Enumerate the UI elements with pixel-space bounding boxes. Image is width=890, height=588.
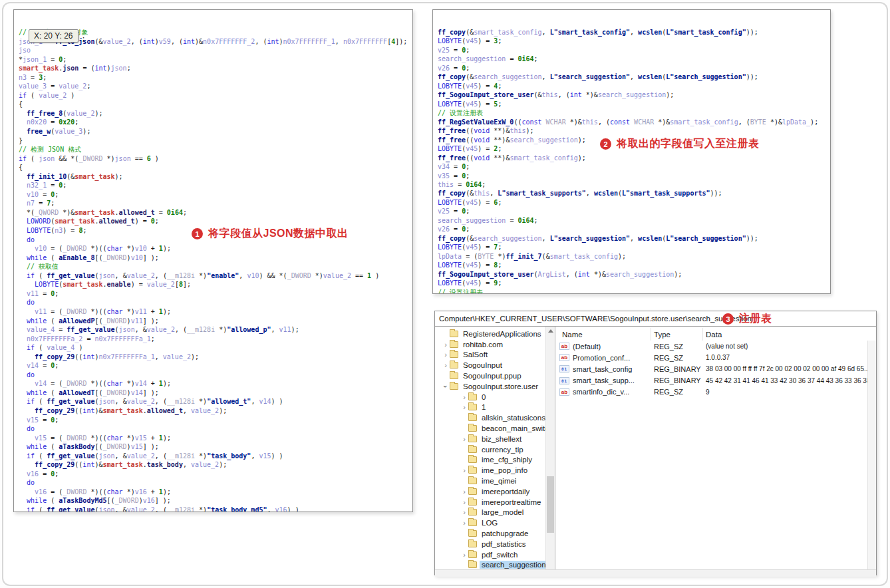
code-line: if ( ff_get_value(json, &value_2, (__m12…	[19, 506, 412, 512]
tree-item-label: currency_tip	[480, 446, 525, 454]
column-header-name[interactable]: Name	[555, 328, 651, 341]
pseudocode-panel-right: ff_copy(&smart_task_config, L"smart_task…	[432, 9, 831, 294]
chevron-right-icon[interactable]: ›	[460, 519, 468, 526]
folder-icon	[450, 331, 458, 337]
tree-item-pdf_switch[interactable]: ›pdf_switch	[435, 549, 545, 560]
tree-item-label: beacon_main_switch	[480, 424, 545, 432]
tree-item-imereportrealtime[interactable]: ›imereportrealtime	[435, 497, 545, 508]
code-line: // 获取值	[19, 262, 412, 271]
value-data: 38 03 00 00 ff ff ff 7f 2c 00 02 00 02 0…	[703, 365, 876, 372]
code-line: ff_SogouInput_store_user(&this, (int *)&…	[438, 90, 830, 99]
values-list-header: Name Type Data	[555, 328, 876, 341]
code-line: v10 = 0;	[19, 190, 412, 200]
column-header-data[interactable]: Data	[703, 328, 876, 341]
tree-item-0[interactable]: ›0	[435, 392, 545, 402]
chevron-right-icon[interactable]: ›	[460, 488, 468, 495]
annotation-2: 2 将取出的字段值写入至注册表	[600, 137, 760, 151]
code-line: ff_copy_29((int)&smart_task.task_body, v…	[19, 460, 412, 470]
tree-item-search_suggestion[interactable]: search_suggestion	[435, 560, 545, 569]
code-line: while ( aEnable_8[(_DWORD)v10] );	[19, 253, 412, 263]
code-line: ff_copy_29((int)&smart_task.allowed_t, v…	[19, 406, 412, 416]
registry-address-bar[interactable]: Computer\HKEY_CURRENT_USER\SOFTWARE\Sogo…	[435, 311, 876, 327]
code-line: // 设置注册表	[438, 288, 830, 294]
coords-tooltip-wrap: X: 20 Y: 26 ;	[29, 29, 86, 43]
code-line: ff_free((void **)&this);	[438, 126, 830, 135]
scrollbar-thumb[interactable]	[547, 476, 554, 533]
folder-icon	[450, 351, 458, 358]
tree-item-ime_cfg_shiply[interactable]: ime_cfg_shiply	[435, 455, 545, 466]
code-line: v14 = (_DWORD *)((char *)v14 + 1);	[19, 379, 412, 388]
folder-icon	[450, 362, 458, 368]
chevron-right-icon[interactable]: ›	[460, 499, 468, 506]
chevron-right-icon[interactable]: ›	[442, 351, 450, 358]
code-line: }	[19, 136, 412, 146]
code-line: v16 = 0;	[19, 470, 412, 479]
chevron-right-icon[interactable]: ›	[460, 467, 468, 474]
chevron-right-icon[interactable]: ›	[442, 341, 450, 348]
registry-value-row[interactable]: 01smart_task_supp...REG_BINARY45 42 42 3…	[555, 375, 876, 386]
folder-icon	[468, 561, 477, 568]
tree-item-allskin_statusiconstatis[interactable]: allskin_statusiconstatis	[435, 412, 545, 423]
tree-item-label: biz_shellext	[480, 435, 523, 443]
pseudocode-panel-left: // 转化为 JSON 对象json_1 = ff_to_json(&value…	[13, 9, 413, 512]
tree-item-label: rohitab.com	[461, 341, 505, 349]
code-line: n3 = 3;	[19, 73, 412, 82]
registry-value-row[interactable]: absmartinfo_dic_v...REG_SZ9	[555, 386, 876, 398]
values-rows: ab(Default)REG_SZ(value not set)abPromot…	[555, 341, 876, 398]
code-line: v15 = 0;	[19, 416, 412, 425]
column-header-type[interactable]: Type	[651, 328, 703, 341]
folder-icon	[468, 404, 477, 410]
registry-value-row[interactable]: ab(Default)REG_SZ(value not set)	[555, 341, 876, 352]
folder-icon	[468, 499, 477, 506]
code-line: LOBYTE(smart_task.enable) = value_2[8];	[19, 280, 412, 289]
chevron-right-icon[interactable]: ›	[460, 394, 468, 400]
code-line: ff_RegSetValueExW_0((const WCHAR *)&this…	[438, 118, 830, 126]
tree-item-rohitab.com[interactable]: ›rohitab.com	[435, 339, 545, 350]
registry-value-row[interactable]: 01smart_task_configREG_BINARY38 03 00 00…	[555, 363, 876, 374]
code-line: if ( ff_get_value(json, &value_2, (__m12…	[19, 397, 412, 406]
tree-item-label: ime_qimei	[480, 477, 518, 485]
chevron-down-icon[interactable]: ›	[442, 382, 449, 390]
code-fragment: ;	[82, 35, 86, 43]
code-line: v16 = (_DWORD *)((char *)v16 + 1);	[19, 488, 412, 497]
tree-item-large_model[interactable]: ›large_model	[435, 508, 545, 518]
code-line: if ( ff_get_value(json, &value_2, (__m12…	[19, 271, 412, 281]
tree-item-label: patchupgrade	[480, 529, 530, 537]
tree-item-pdf_statistics[interactable]: pdf_statistics	[435, 539, 545, 549]
value-name: smart_task_supp...	[573, 376, 635, 384]
tree-item-LOG[interactable]: ›LOG	[435, 517, 545, 528]
code-line: search_suggestion = 0i64;	[438, 55, 830, 63]
value-data: (value not set)	[703, 343, 876, 350]
chevron-right-icon[interactable]: ›	[460, 509, 468, 515]
folder-icon	[468, 467, 477, 474]
tree-scrollbar[interactable]	[545, 327, 555, 569]
registry-body: RegisteredApplications›rohitab.com›SalSo…	[435, 327, 876, 569]
code-line: while ( aTaskBody[(_DWORD)v15] );	[19, 442, 412, 452]
list-scrollbar[interactable]	[867, 341, 876, 569]
tree-item-beacon_main_switch[interactable]: beacon_main_switch	[435, 423, 545, 434]
code-line: {	[19, 100, 412, 109]
scroll-up-icon[interactable]	[548, 329, 553, 333]
code-line: do	[19, 424, 412, 434]
chevron-right-icon[interactable]: ›	[442, 362, 450, 368]
registry-value-row[interactable]: abPromotion_conf...REG_SZ1.0.0.37	[555, 352, 876, 363]
folder-icon	[468, 456, 477, 463]
tree-item-RegisteredApplications[interactable]: RegisteredApplications	[435, 329, 545, 339]
chevron-right-icon[interactable]: ›	[460, 551, 468, 558]
tree-item-imereportdaily[interactable]: ›imereportdaily	[435, 486, 545, 497]
tree-item-ime_qimei[interactable]: ime_qimei	[435, 476, 545, 486]
code-line: while ( aTaskBodyMd5[(_DWORD)v16] );	[19, 496, 412, 506]
tree-item-1[interactable]: ›1	[435, 402, 545, 413]
tree-item-currency_tip[interactable]: currency_tip	[435, 444, 545, 455]
chevron-right-icon[interactable]: ›	[460, 436, 468, 442]
tree-item-ime_pop_info[interactable]: ›ime_pop_info	[435, 465, 545, 476]
folder-icon	[468, 488, 477, 495]
tree-item-SalSoft[interactable]: ›SalSoft	[435, 350, 545, 361]
tree-item-biz_shellext[interactable]: ›biz_shellext	[435, 434, 545, 444]
tree-item-patchupgrade[interactable]: patchupgrade	[435, 528, 545, 539]
tree-item-SogouInput[interactable]: ›SogouInput	[435, 360, 545, 370]
horizontal-scrollbar[interactable]	[435, 569, 876, 577]
tree-item-SogouInput.ppup[interactable]: SogouInput.ppup	[435, 370, 545, 381]
chevron-right-icon[interactable]: ›	[460, 404, 468, 410]
tree-item-SogouInput.store.user[interactable]: ›SogouInput.store.user	[435, 381, 545, 392]
